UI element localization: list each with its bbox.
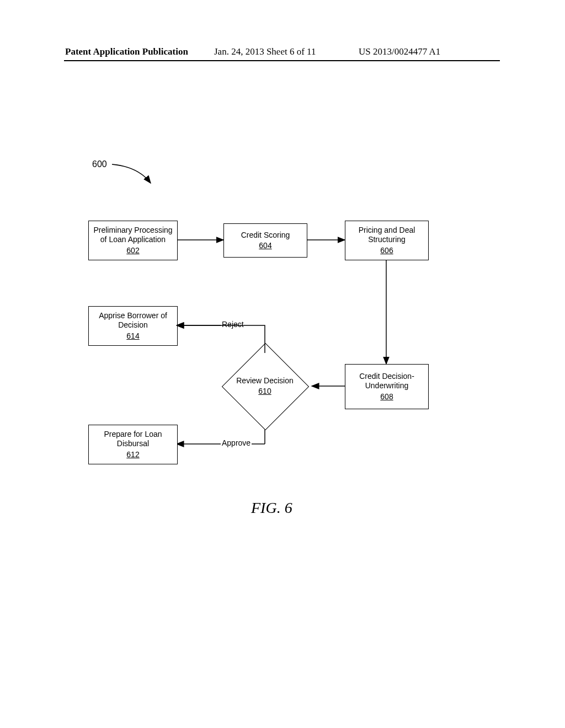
flowchart-diagram: 600	[0, 0, 565, 728]
page: { "header": { "left": "Patent Applicatio…	[0, 0, 565, 728]
arrows-layer-2	[0, 0, 565, 728]
